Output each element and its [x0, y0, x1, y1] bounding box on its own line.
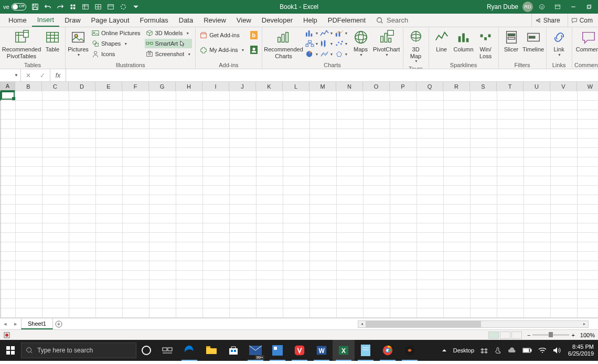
cell[interactable]	[390, 290, 417, 299]
cell[interactable]	[123, 299, 150, 308]
cell[interactable]	[444, 157, 471, 167]
cell[interactable]	[69, 299, 96, 308]
radar-chart-button[interactable]: ▼	[335, 49, 348, 59]
cell[interactable]	[42, 261, 69, 271]
cell[interactable]	[1, 195, 16, 205]
cell[interactable]	[497, 186, 524, 195]
column-header[interactable]: G	[149, 82, 176, 91]
cell[interactable]	[283, 110, 310, 120]
cell[interactable]	[283, 205, 310, 214]
cell[interactable]	[310, 271, 337, 280]
task-view-button[interactable]	[156, 340, 178, 361]
cell[interactable]	[444, 129, 471, 138]
cell[interactable]	[417, 91, 444, 101]
cell[interactable]	[578, 308, 598, 318]
cell[interactable]	[1, 261, 16, 271]
cell[interactable]	[283, 120, 310, 129]
cell[interactable]	[337, 186, 364, 195]
cell[interactable]	[203, 148, 230, 157]
cell[interactable]	[96, 138, 123, 148]
cell[interactable]	[471, 129, 497, 138]
zoom-level[interactable]: 100%	[580, 332, 595, 338]
hierarchy-chart-button[interactable]: ▼	[305, 39, 319, 48]
cell[interactable]	[1, 290, 16, 299]
cell[interactable]	[96, 186, 123, 195]
cell[interactable]	[230, 205, 257, 214]
screenshot-button[interactable]: Screenshot▼	[145, 49, 193, 59]
cell[interactable]	[471, 233, 497, 242]
cell[interactable]	[578, 233, 598, 242]
page-break-view-button[interactable]	[511, 331, 522, 339]
cell[interactable]	[203, 261, 230, 271]
cell[interactable]	[16, 252, 42, 261]
recommended-pivottables-button[interactable]: Recommended PivotTables	[2, 28, 41, 60]
cell[interactable]	[551, 280, 578, 290]
cell[interactable]	[123, 120, 150, 129]
sheet-tab-1[interactable]: Sheet1	[21, 318, 53, 329]
cell[interactable]	[471, 176, 497, 186]
cell[interactable]	[578, 195, 598, 205]
cell[interactable]	[203, 280, 230, 290]
column-header[interactable]: D	[69, 82, 95, 91]
column-header[interactable]: C	[42, 82, 69, 91]
cell[interactable]	[337, 214, 364, 223]
cell[interactable]	[203, 242, 230, 252]
cell[interactable]	[471, 148, 497, 157]
cell[interactable]	[578, 290, 598, 299]
cell[interactable]	[150, 167, 176, 176]
cell[interactable]	[96, 91, 123, 101]
cell[interactable]	[257, 91, 283, 101]
cell[interactable]	[417, 308, 444, 318]
cell[interactable]	[337, 308, 364, 318]
tab-draw[interactable]: Draw	[59, 14, 86, 27]
cell[interactable]	[42, 242, 69, 252]
cell[interactable]	[524, 233, 551, 242]
column-header[interactable]: O	[363, 82, 390, 91]
timeline-button[interactable]: Timeline	[523, 28, 544, 54]
cell[interactable]	[16, 157, 42, 167]
column-header[interactable]: S	[470, 82, 497, 91]
cell[interactable]	[16, 148, 42, 157]
cell[interactable]	[96, 205, 123, 214]
cell[interactable]	[96, 120, 123, 129]
cell[interactable]	[578, 176, 598, 186]
cell[interactable]	[257, 299, 283, 308]
normal-view-button[interactable]	[488, 331, 499, 339]
cell[interactable]	[69, 242, 96, 252]
cell[interactable]	[310, 252, 337, 261]
cell[interactable]	[471, 308, 497, 318]
cell[interactable]	[417, 120, 444, 129]
cell[interactable]	[337, 205, 364, 214]
cell[interactable]	[337, 157, 364, 167]
cell[interactable]	[150, 186, 176, 195]
cell[interactable]	[96, 157, 123, 167]
cell[interactable]	[230, 120, 257, 129]
cell[interactable]	[497, 129, 524, 138]
cell[interactable]	[69, 195, 96, 205]
cell[interactable]	[150, 261, 176, 271]
cell[interactable]	[257, 205, 283, 214]
line-chart-button[interactable]: ▼	[320, 28, 334, 38]
cell[interactable]	[257, 271, 283, 280]
cell[interactable]	[444, 195, 471, 205]
column-header[interactable]: M	[309, 82, 336, 91]
cell[interactable]	[444, 167, 471, 176]
user-avatar[interactable]: RD	[522, 2, 533, 12]
cell[interactable]	[551, 186, 578, 195]
cell[interactable]	[1, 214, 16, 223]
tray-wifi-icon[interactable]	[536, 340, 549, 361]
cell[interactable]	[42, 290, 69, 299]
cell[interactable]	[444, 148, 471, 157]
hscroll-left[interactable]: ◂	[358, 321, 366, 327]
cell[interactable]	[390, 261, 417, 271]
cell[interactable]	[471, 120, 497, 129]
cell[interactable]	[497, 195, 524, 205]
cell[interactable]	[337, 242, 364, 252]
cell[interactable]	[497, 261, 524, 271]
cell[interactable]	[123, 261, 150, 271]
cell[interactable]	[16, 138, 42, 148]
cell[interactable]	[551, 195, 578, 205]
cell[interactable]	[497, 120, 524, 129]
cell[interactable]	[417, 101, 444, 110]
cell[interactable]	[364, 101, 390, 110]
